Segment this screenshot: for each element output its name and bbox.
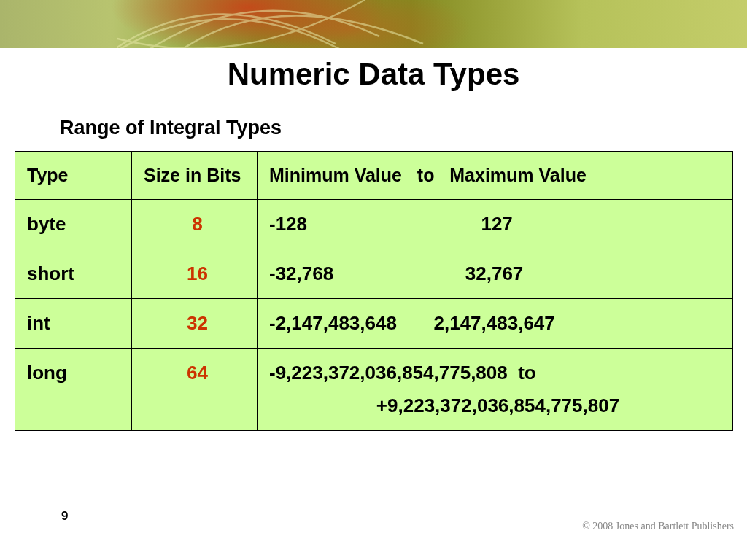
cell-type: byte: [15, 200, 132, 249]
range-line2: +9,223,372,036,854,775,807: [269, 394, 727, 417]
slide-title: Numeric Data Types: [0, 57, 747, 92]
bits-value: 8: [144, 213, 251, 236]
integral-types-table: Type Size in Bits Minimum Value to Maxim…: [15, 151, 733, 431]
table-row: byte 8 -128 127: [15, 200, 733, 249]
header-bits: Size in Bits: [132, 152, 258, 200]
cell-range: -128 127: [258, 200, 733, 249]
cell-type: int: [15, 299, 132, 349]
range-line1: -9,223,372,036,854,775,808 to: [269, 362, 536, 384]
header-range: Minimum Value to Maximum Value: [258, 152, 733, 200]
cell-bits: 64: [132, 349, 258, 431]
bits-value: 16: [144, 262, 251, 285]
copyright-text: © 2008 Jones and Bartlett Publishers: [582, 521, 734, 532]
page-number: 9: [61, 509, 68, 524]
table-row: long 64 -9,223,372,036,854,775,808 to +9…: [15, 349, 733, 431]
cell-bits: 16: [132, 249, 258, 299]
decorative-banner: [0, 0, 747, 48]
cell-range: -9,223,372,036,854,775,808 to +9,223,372…: [258, 349, 733, 431]
table-row: int 32 -2,147,483,648 2,147,483,647: [15, 299, 733, 349]
bits-value: 32: [144, 312, 251, 335]
table-row: short 16 -32,768 32,767: [15, 249, 733, 299]
bits-value: 64: [144, 362, 251, 384]
table-header-row: Type Size in Bits Minimum Value to Maxim…: [15, 152, 733, 200]
banner-arcs-icon: [117, 0, 496, 48]
cell-bits: 8: [132, 200, 258, 249]
cell-type: long: [15, 349, 132, 431]
cell-range: -32,768 32,767: [258, 249, 733, 299]
header-type: Type: [15, 152, 132, 200]
cell-range: -2,147,483,648 2,147,483,647: [258, 299, 733, 349]
cell-bits: 32: [132, 299, 258, 349]
cell-type: short: [15, 249, 132, 299]
table-subtitle: Range of Integral Types: [60, 117, 747, 139]
